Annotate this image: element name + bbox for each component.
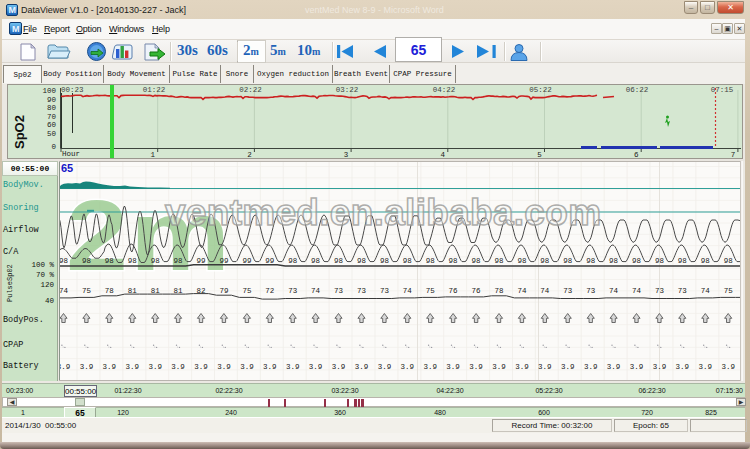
svg-text:5: 5 <box>537 151 542 158</box>
svg-text:05:22: 05:22 <box>529 86 552 94</box>
svg-text:1: 1 <box>150 151 155 158</box>
svg-text:98: 98 <box>426 257 435 265</box>
svg-text:3.9: 3.9 <box>607 363 621 371</box>
svg-text:07:15: 07:15 <box>711 86 734 94</box>
svg-text:73: 73 <box>288 287 298 295</box>
svg-text:3.9: 3.9 <box>699 363 713 371</box>
svg-text:74: 74 <box>540 287 550 295</box>
svg-text:3.9: 3.9 <box>492 363 506 371</box>
svg-text:98: 98 <box>655 257 664 265</box>
svg-text:98: 98 <box>701 257 710 265</box>
svg-text:98: 98 <box>59 257 68 265</box>
svg-text:3.9: 3.9 <box>676 363 690 371</box>
svg-text:80: 80 <box>47 104 57 112</box>
svg-text:73: 73 <box>563 287 573 295</box>
svg-text:3.9: 3.9 <box>286 363 300 371</box>
svg-text:81: 81 <box>151 287 161 295</box>
svg-text:3.9: 3.9 <box>59 363 70 371</box>
svg-text:3.9: 3.9 <box>584 363 598 371</box>
svg-text:3.9: 3.9 <box>630 363 644 371</box>
svg-text:99: 99 <box>219 257 228 265</box>
svg-text:3.9: 3.9 <box>653 363 667 371</box>
svg-text:3.9: 3.9 <box>401 363 415 371</box>
svg-text:01:22: 01:22 <box>143 86 166 94</box>
svg-text:98: 98 <box>563 257 572 265</box>
svg-text:74: 74 <box>632 287 642 295</box>
svg-text:3.9: 3.9 <box>240 363 254 371</box>
svg-text:75: 75 <box>426 287 436 295</box>
svg-text:75: 75 <box>724 287 734 295</box>
svg-text:81: 81 <box>128 287 138 295</box>
svg-text:04:22: 04:22 <box>433 86 456 94</box>
svg-text:3.9: 3.9 <box>515 363 529 371</box>
svg-text:81: 81 <box>174 287 184 295</box>
svg-text:Hour: Hour <box>62 150 80 158</box>
svg-text:72: 72 <box>265 287 274 295</box>
svg-text:98: 98 <box>449 257 458 265</box>
svg-text:76: 76 <box>472 287 482 295</box>
svg-text:74: 74 <box>701 287 711 295</box>
svg-text:98: 98 <box>105 257 114 265</box>
svg-text:78: 78 <box>494 287 503 295</box>
svg-text:3.9: 3.9 <box>469 363 483 371</box>
svg-text:74: 74 <box>517 287 527 295</box>
svg-text:2: 2 <box>247 151 252 158</box>
svg-text:75: 75 <box>82 287 92 295</box>
svg-text:3.9: 3.9 <box>148 363 162 371</box>
svg-text:98: 98 <box>403 257 412 265</box>
svg-text:98: 98 <box>609 257 618 265</box>
svg-text:3.9: 3.9 <box>721 363 735 371</box>
svg-text:3.9: 3.9 <box>217 363 231 371</box>
svg-text:98: 98 <box>82 257 91 265</box>
svg-text:99: 99 <box>242 257 251 265</box>
svg-text:3.9: 3.9 <box>263 363 277 371</box>
svg-text:90: 90 <box>47 96 57 104</box>
svg-text:98: 98 <box>678 257 687 265</box>
svg-text:3.9: 3.9 <box>194 363 208 371</box>
svg-text:06:22: 06:22 <box>626 86 649 94</box>
svg-text:3.9: 3.9 <box>309 363 323 371</box>
svg-text:3.9: 3.9 <box>171 363 185 371</box>
svg-text:75: 75 <box>242 287 252 295</box>
svg-text:2: 2 <box>66 179 128 291</box>
svg-text:76: 76 <box>449 287 459 295</box>
svg-text:65: 65 <box>61 162 73 174</box>
svg-text:98: 98 <box>334 257 343 265</box>
svg-text:3.9: 3.9 <box>355 363 369 371</box>
svg-text:98: 98 <box>357 257 366 265</box>
svg-text:98: 98 <box>380 257 389 265</box>
svg-text:99: 99 <box>196 257 205 265</box>
svg-text:98: 98 <box>128 257 137 265</box>
svg-text:73: 73 <box>655 287 665 295</box>
svg-text:3.9: 3.9 <box>332 363 346 371</box>
svg-text:74: 74 <box>609 287 619 295</box>
svg-text:00:23: 00:23 <box>61 86 84 94</box>
svg-text:3.9: 3.9 <box>423 363 437 371</box>
svg-text:73: 73 <box>334 287 344 295</box>
svg-text:3.9: 3.9 <box>378 363 392 371</box>
svg-text:7: 7 <box>731 151 736 158</box>
svg-text:100: 100 <box>42 87 56 95</box>
svg-text:0: 0 <box>51 143 56 151</box>
svg-text:74: 74 <box>403 287 413 295</box>
svg-text:3.9: 3.9 <box>103 363 117 371</box>
svg-text:98: 98 <box>472 257 481 265</box>
svg-text:98: 98 <box>724 257 733 265</box>
svg-text:98: 98 <box>151 257 160 265</box>
svg-text:98: 98 <box>517 257 526 265</box>
svg-text:3.9: 3.9 <box>446 363 460 371</box>
svg-text:78: 78 <box>105 287 114 295</box>
svg-text:3.9: 3.9 <box>561 363 575 371</box>
svg-text:73: 73 <box>357 287 367 295</box>
svg-text:70: 70 <box>47 113 57 121</box>
svg-text:4: 4 <box>441 151 446 158</box>
svg-text:50: 50 <box>47 130 57 138</box>
svg-text:98: 98 <box>540 257 549 265</box>
svg-text:79: 79 <box>219 287 228 295</box>
svg-text:73: 73 <box>586 287 596 295</box>
svg-text:73: 73 <box>678 287 688 295</box>
svg-text:74: 74 <box>59 287 68 295</box>
svg-text:03:22: 03:22 <box>336 86 359 94</box>
svg-text:98: 98 <box>632 257 641 265</box>
svg-text:98: 98 <box>288 257 297 265</box>
